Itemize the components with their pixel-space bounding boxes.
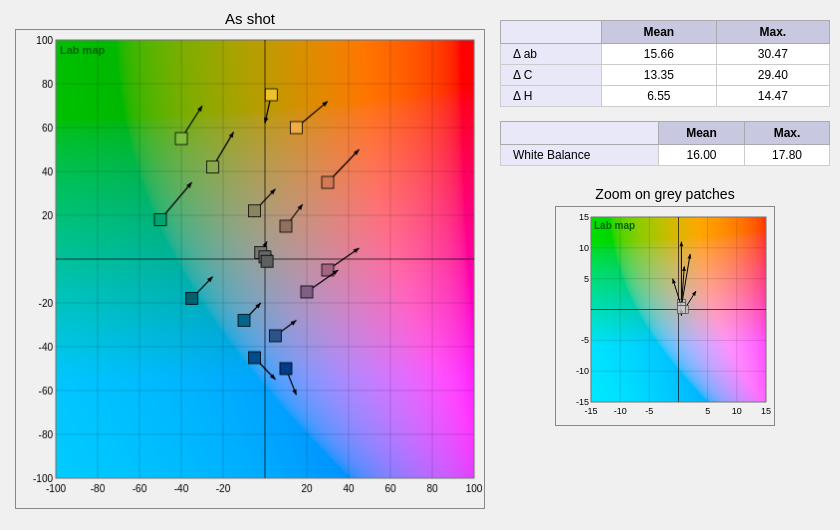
chart-canvas-wrapper	[15, 29, 485, 509]
row-label: Δ C	[501, 65, 602, 86]
main-chart-container: As shot	[10, 10, 490, 520]
col-header-max-2: Max.	[745, 122, 830, 145]
col-header-mean-1: Mean	[602, 21, 717, 44]
row-label: White Balance	[501, 145, 659, 166]
chart-title: As shot	[10, 10, 490, 27]
row-max: 17.80	[745, 145, 830, 166]
zoom-map-canvas	[556, 207, 776, 427]
row-mean: 6.55	[602, 86, 717, 107]
col-header-max-1: Max.	[716, 21, 829, 44]
row-max: 30.47	[716, 44, 829, 65]
row-label: Δ ab	[501, 44, 602, 65]
row-label: Δ H	[501, 86, 602, 107]
zoom-title: Zoom on grey patches	[500, 186, 830, 202]
row-mean: 13.35	[602, 65, 717, 86]
stats-table-1: Mean Max. Δ ab 15.66 30.47 Δ C 13.35 29.…	[500, 20, 830, 107]
row-max: 14.47	[716, 86, 829, 107]
col-header-empty-1	[501, 21, 602, 44]
col-header-mean-2: Mean	[659, 122, 745, 145]
right-panel: Mean Max. Δ ab 15.66 30.47 Δ C 13.35 29.…	[500, 10, 830, 426]
zoom-section: Zoom on grey patches	[500, 186, 830, 426]
table-row: White Balance 16.00 17.80	[501, 145, 830, 166]
col-header-empty-2	[501, 122, 659, 145]
table-row: Δ ab 15.66 30.47	[501, 44, 830, 65]
zoom-canvas-wrapper	[555, 206, 775, 426]
row-mean: 16.00	[659, 145, 745, 166]
lab-map-canvas	[15, 29, 485, 509]
row-mean: 15.66	[602, 44, 717, 65]
row-max: 29.40	[716, 65, 829, 86]
table-row: Δ H 6.55 14.47	[501, 86, 830, 107]
table-row: Δ C 13.35 29.40	[501, 65, 830, 86]
stats-table-2: Mean Max. White Balance 16.00 17.80	[500, 121, 830, 166]
